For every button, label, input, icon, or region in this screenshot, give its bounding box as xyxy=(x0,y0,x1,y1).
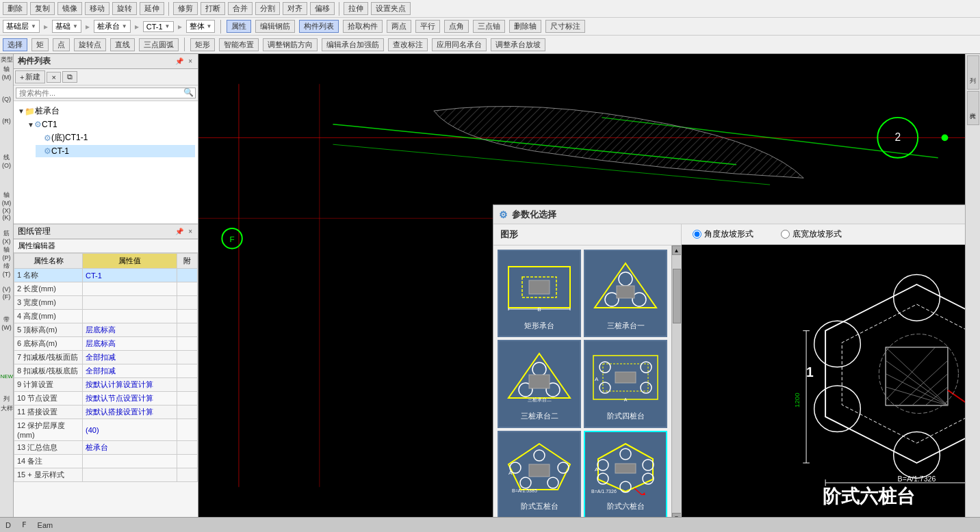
tree-row-ct1[interactable]: ▼ ⚙ CT1 xyxy=(26,118,195,131)
adjust-rebar-dir-btn[interactable]: 调整钢筋方向 xyxy=(263,38,318,51)
shape-item-2[interactable]: 三桩承台一 xyxy=(584,250,667,337)
table-row[interactable]: 8 扣减板/筏板底筋 全部扣减 xyxy=(14,364,198,378)
arc-btn[interactable]: 三点圆弧 xyxy=(139,38,179,51)
shape-item-4[interactable]: A A 阶式四桩台 xyxy=(584,340,667,427)
tree-row-pilecap[interactable]: ▼ 📁 桩承台 xyxy=(16,104,195,118)
whole-dropdown[interactable]: 整体 xyxy=(186,20,216,33)
search-input[interactable] xyxy=(16,88,196,98)
pilecap-dropdown[interactable]: 桩承台 xyxy=(94,20,131,33)
prop-value-cell[interactable]: 层底标高 xyxy=(83,323,177,337)
panel-close-btn[interactable]: × xyxy=(187,57,194,65)
check-mark-btn[interactable]: 查改标注 xyxy=(388,38,428,51)
table-row[interactable]: 4 高度(mm) xyxy=(14,310,198,323)
tree-row-ct-1[interactable]: ⚙ CT-1 xyxy=(36,145,195,157)
parallel-btn[interactable]: 平行 xyxy=(415,20,440,33)
edit-rebar-btn[interactable]: 编辑钢筋 xyxy=(255,20,295,33)
three-point-axis-btn[interactable]: 三点铀 xyxy=(473,20,505,33)
set-grip-btn[interactable]: 设置夹点 xyxy=(371,2,411,15)
smart-layout-btn[interactable]: 智能布置 xyxy=(219,38,259,51)
align-btn[interactable]: 对齐 xyxy=(283,2,307,15)
mirror-btn[interactable]: 镜像 xyxy=(57,2,82,15)
new-component-btn[interactable]: + 新建 xyxy=(15,70,45,83)
table-row[interactable]: 10 节点设置 按默认节点设置计算 xyxy=(14,392,198,405)
apply-same-cap-btn[interactable]: 应用同名承台 xyxy=(432,38,487,51)
radio-angle-slope[interactable]: 角度放坡形式 xyxy=(693,228,753,240)
extend-btn[interactable]: 延伸 xyxy=(140,2,164,15)
scroll-down-btn[interactable]: ▼ xyxy=(672,513,682,517)
props-pin-btn[interactable]: 📌 xyxy=(174,228,185,235)
scroll-thumb[interactable] xyxy=(673,269,681,323)
shape-scrollbar[interactable]: ▲ ▼ xyxy=(671,245,681,517)
props-close-btn[interactable]: × xyxy=(187,228,194,235)
prop-value-cell[interactable]: 按默认节点设置计算 xyxy=(83,392,177,405)
prop-value-cell[interactable]: 层底标高 xyxy=(83,337,177,351)
table-row[interactable]: 11 搭接设置 按默认搭接设置计算 xyxy=(14,405,198,419)
delete-component-btn[interactable]: × xyxy=(47,72,60,83)
edit-cap-rebar-btn[interactable]: 编辑承台加强筋 xyxy=(322,38,384,51)
table-row[interactable]: 9 计算设置 按默认计算设置计算 xyxy=(14,378,198,392)
tree-row-ct1-1[interactable]: ⚙ (底)CT1-1 xyxy=(36,131,195,145)
ct1-dropdown[interactable]: CT-1 xyxy=(143,21,174,32)
delete-axis-btn[interactable]: 删除轴 xyxy=(509,20,541,33)
split-btn[interactable]: 分割 xyxy=(255,2,280,15)
table-row[interactable]: 12 保护层厚度(mm) (40) xyxy=(14,419,198,441)
radio-width-slope[interactable]: 底宽放坡形式 xyxy=(781,228,842,240)
table-row[interactable]: 15 + 显示样式 xyxy=(14,468,198,482)
two-point-btn[interactable]: 两点 xyxy=(387,20,411,33)
offset-btn[interactable]: 偏移 xyxy=(310,2,335,15)
panel-pin-btn[interactable]: 📌 xyxy=(174,57,185,65)
prop-value-cell[interactable]: 全部扣减 xyxy=(83,351,177,364)
stretch-btn[interactable]: 拉伸 xyxy=(344,2,368,15)
table-row[interactable]: 3 宽度(mm) xyxy=(14,296,198,310)
shape-item-6[interactable]: A B=A/1.7326 阶式六桩台 xyxy=(584,431,667,517)
prop-value-cell[interactable] xyxy=(83,468,177,482)
table-row[interactable]: 7 扣减板/筏板面筋 全部扣减 xyxy=(14,351,198,364)
break-btn[interactable]: 打断 xyxy=(201,2,225,15)
prop-value-cell[interactable]: 按默认搭接设置计算 xyxy=(83,405,177,419)
search-icon[interactable]: 🔍 xyxy=(183,88,194,97)
angle-btn[interactable]: 点角 xyxy=(444,20,469,33)
prop-value-cell[interactable]: 按默认计算设置计算 xyxy=(83,378,177,392)
shape-item-5[interactable]: A B=A/1.5385 阶式五桩台 xyxy=(498,431,581,517)
rect2-btn[interactable]: 矩形 xyxy=(190,38,215,51)
right-panel-btn-sample[interactable]: 大样 xyxy=(967,91,979,125)
point-btn[interactable]: 点 xyxy=(53,38,70,51)
table-row[interactable]: 5 顶标高(m) 层底标高 xyxy=(14,323,198,337)
radio-width-input[interactable] xyxy=(781,230,790,239)
move-btn[interactable]: 移动 xyxy=(85,2,109,15)
right-panel-btn-list[interactable]: 列 xyxy=(967,55,979,90)
scroll-up-btn[interactable]: ▲ xyxy=(672,245,682,255)
rotate-point-btn[interactable]: 旋转点 xyxy=(74,38,106,51)
pick-component-btn[interactable]: 拾取构件 xyxy=(343,20,383,33)
shape-item-1[interactable]: B 矩形承台 xyxy=(498,250,581,337)
prop-value-cell[interactable]: 桩承台 xyxy=(83,441,177,455)
prop-value-cell[interactable]: CT-1 xyxy=(83,269,177,282)
property-btn[interactable]: 属性 xyxy=(227,20,251,33)
layer-dropdown[interactable]: 基础层 xyxy=(3,20,40,33)
line-btn[interactable]: 直线 xyxy=(110,38,135,51)
table-row[interactable]: 1 名称 CT-1 xyxy=(14,269,198,282)
merge-btn[interactable]: 合并 xyxy=(228,2,253,15)
table-row[interactable]: 13 汇总信息 桩承台 xyxy=(14,441,198,455)
table-row[interactable]: 14 备注 xyxy=(14,455,198,468)
trim-btn[interactable]: 修剪 xyxy=(173,2,198,15)
prop-value-cell[interactable]: (40) xyxy=(83,419,177,441)
radio-angle-input[interactable] xyxy=(693,230,701,239)
table-row[interactable]: 6 底标高(m) 层底标高 xyxy=(14,337,198,351)
delete-btn[interactable]: 删除 xyxy=(3,2,27,15)
prop-value-cell[interactable] xyxy=(83,455,177,468)
prop-value-cell[interactable]: 全部扣减 xyxy=(83,364,177,378)
foundation-dropdown[interactable]: 基础 xyxy=(52,20,81,33)
select-btn[interactable]: 选择 xyxy=(3,38,27,51)
rect-btn[interactable]: 矩 xyxy=(31,38,49,51)
dimension-btn[interactable]: 尺寸标注 xyxy=(545,20,585,33)
prop-value-cell[interactable] xyxy=(83,282,177,296)
prop-value-cell[interactable] xyxy=(83,310,177,323)
component-list-btn[interactable]: 构件列表 xyxy=(299,20,339,33)
adjust-cap-slope-btn[interactable]: 调整承台放坡 xyxy=(491,38,545,51)
copy-component-btn[interactable]: ⧉ xyxy=(62,71,77,83)
rotate-btn[interactable]: 旋转 xyxy=(112,2,137,15)
copy-btn[interactable]: 复制 xyxy=(30,2,55,15)
prop-value-cell[interactable] xyxy=(83,296,177,310)
table-row[interactable]: 2 长度(mm) xyxy=(14,282,198,296)
